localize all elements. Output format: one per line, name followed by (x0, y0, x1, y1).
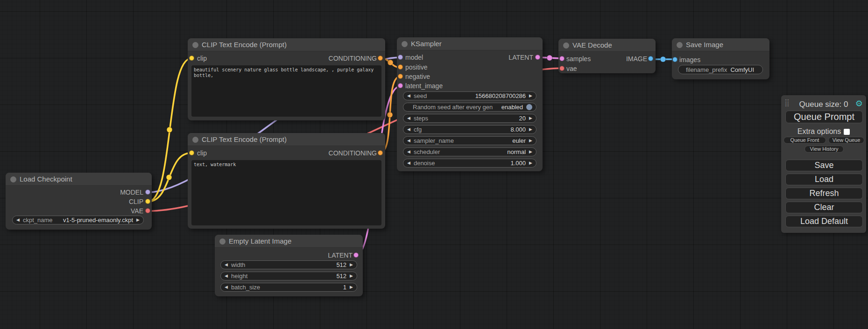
input-label-negative: negative (405, 73, 430, 80)
increment-arrow-icon[interactable]: ▶ (350, 283, 353, 292)
input-label-positive: positive (405, 63, 427, 71)
decrement-arrow-icon[interactable]: ◀ (225, 260, 228, 269)
decrement-arrow-icon[interactable]: ◀ (225, 272, 228, 280)
decrement-arrow-icon[interactable]: ◀ (16, 216, 20, 224)
input-label-images: images (679, 56, 700, 63)
input-port-latent-image[interactable] (398, 83, 403, 88)
input-port-vae[interactable] (559, 66, 565, 71)
filename-prefix-widget[interactable]: filename_prefix ComfyUI (678, 65, 763, 74)
node-title-bar[interactable]: CLIP Text Encode (Prompt) (188, 133, 385, 146)
node-title: VAE Decode (572, 41, 612, 49)
batch-size-widget[interactable]: ◀ batch_size 1 ▶ (220, 283, 357, 292)
prompt-textarea[interactable]: beautiful scenery nature glass bottle la… (191, 65, 381, 117)
decrement-arrow-icon[interactable]: ◀ (407, 91, 410, 100)
clear-button[interactable]: Clear (785, 202, 863, 213)
decrement-arrow-icon[interactable]: ◀ (407, 159, 410, 168)
input-port-images[interactable] (672, 57, 677, 62)
height-widget[interactable]: ◀ height 512 ▶ (220, 272, 357, 280)
widget-value: 512 (336, 261, 346, 268)
decrement-arrow-icon[interactable]: ◀ (407, 147, 410, 156)
output-label-latent: LATENT (328, 252, 353, 259)
output-port-clip[interactable] (145, 199, 150, 204)
extra-options-checkbox[interactable] (844, 129, 850, 135)
input-port-clip[interactable] (189, 56, 194, 61)
node-ksampler[interactable]: KSampler model positive negative latent_… (397, 37, 543, 171)
load-default-button[interactable]: Load Default (785, 216, 863, 227)
output-port-latent[interactable] (535, 55, 540, 60)
increment-arrow-icon[interactable]: ▶ (529, 125, 532, 134)
node-collapse-dot-icon[interactable] (563, 42, 569, 49)
decrement-arrow-icon[interactable]: ◀ (407, 114, 410, 123)
cfg-widget[interactable]: ◀ cfg 8.000 ▶ (403, 125, 536, 134)
increment-arrow-icon[interactable]: ▶ (350, 260, 353, 269)
output-port-vae[interactable] (145, 208, 150, 213)
toggle-knob-icon[interactable] (526, 104, 532, 110)
output-port-conditioning[interactable] (378, 150, 383, 155)
input-port-clip[interactable] (189, 150, 194, 155)
queue-front-button[interactable]: Queue Front (783, 137, 826, 144)
node-title: CLIP Text Encode (Prompt) (202, 135, 287, 143)
node-title-bar[interactable]: CLIP Text Encode (Prompt) (188, 38, 385, 51)
node-collapse-dot-icon[interactable] (192, 137, 198, 143)
save-button[interactable]: Save (785, 160, 863, 171)
width-widget[interactable]: ◀ width 512 ▶ (220, 260, 357, 269)
increment-arrow-icon[interactable]: ▶ (350, 272, 353, 280)
node-load-checkpoint[interactable]: Load Checkpoint MODEL CLIP VAE ◀ ckpt_na… (6, 173, 152, 230)
decrement-arrow-icon[interactable]: ◀ (407, 136, 410, 145)
node-title-bar[interactable]: Load Checkpoint (6, 173, 152, 186)
node-collapse-dot-icon[interactable] (402, 41, 408, 47)
sampler-name-widget[interactable]: ◀ sampler_name euler ▶ (403, 136, 536, 145)
load-button[interactable]: Load (785, 174, 863, 185)
steps-widget[interactable]: ◀ steps 20 ▶ (403, 114, 536, 123)
comfyui-canvas[interactable]: { "ui": { "arrow_left": "◀", "arrow_righ… (0, 0, 868, 329)
node-title: Empty Latent Image (229, 237, 291, 245)
increment-arrow-icon[interactable]: ▶ (136, 216, 140, 224)
output-port-latent[interactable] (353, 252, 359, 258)
prompt-textarea[interactable]: text, watermark (191, 160, 381, 225)
input-port-model[interactable] (398, 55, 403, 60)
queue-prompt-button[interactable]: Queue Prompt (785, 111, 863, 123)
node-title-bar[interactable]: Save Image (672, 38, 769, 51)
node-save-image[interactable]: Save Image images filename_prefix ComfyU… (672, 38, 769, 79)
increment-arrow-icon[interactable]: ▶ (529, 91, 532, 100)
link-midpoint-dot (387, 112, 393, 118)
scheduler-widget[interactable]: ◀ scheduler normal ▶ (403, 147, 536, 156)
output-port-image[interactable] (648, 56, 653, 61)
node-empty-latent-image[interactable]: Empty Latent Image LATENT ◀ width 512 ▶ … (215, 235, 363, 296)
increment-arrow-icon[interactable]: ▶ (529, 136, 532, 145)
settings-gear-icon[interactable]: ⚙ (855, 98, 863, 109)
input-port-samples[interactable] (559, 56, 565, 61)
node-vae-decode[interactable]: VAE Decode samples vae IMAGE (558, 39, 656, 73)
view-history-button[interactable]: View History (804, 146, 844, 153)
extra-options-row: Extra options (781, 127, 866, 136)
node-title: Save Image (686, 41, 723, 49)
node-title-bar[interactable]: VAE Decode (558, 39, 656, 52)
node-collapse-dot-icon[interactable] (677, 42, 683, 48)
node-collapse-dot-icon[interactable] (219, 238, 226, 245)
node-clip-text-encode-negative[interactable]: CLIP Text Encode (Prompt) clip CONDITION… (188, 133, 385, 229)
seed-widget[interactable]: ◀ seed 156680208700286 ▶ (403, 91, 536, 100)
input-port-positive[interactable] (398, 64, 403, 70)
view-queue-button[interactable]: View Queue (828, 137, 864, 144)
increment-arrow-icon[interactable]: ▶ (529, 159, 532, 168)
input-port-negative[interactable] (398, 74, 403, 79)
node-collapse-dot-icon[interactable] (192, 42, 198, 48)
input-label-clip: clip (197, 55, 207, 62)
widget-label: cfg (414, 126, 422, 133)
output-port-model[interactable] (145, 189, 150, 195)
node-collapse-dot-icon[interactable] (10, 176, 16, 182)
decrement-arrow-icon[interactable]: ◀ (407, 125, 410, 134)
widget-value: 1.000 (511, 160, 526, 167)
increment-arrow-icon[interactable]: ▶ (529, 147, 532, 156)
random-seed-toggle-widget[interactable]: Random seed after every gen enabled (403, 103, 536, 112)
ckpt-name-widget[interactable]: ◀ ckpt_name v1-5-pruned-emaonly.ckpt ▶ (12, 216, 144, 224)
refresh-button[interactable]: Refresh (785, 188, 863, 199)
output-port-conditioning[interactable] (378, 56, 383, 61)
increment-arrow-icon[interactable]: ▶ (529, 114, 532, 123)
denoise-widget[interactable]: ◀ denoise 1.000 ▶ (403, 159, 536, 168)
node-title: Load Checkpoint (20, 175, 72, 183)
decrement-arrow-icon[interactable]: ◀ (225, 283, 228, 292)
node-clip-text-encode-positive[interactable]: CLIP Text Encode (Prompt) clip CONDITION… (188, 38, 385, 120)
node-title-bar[interactable]: KSampler (397, 37, 543, 50)
node-title-bar[interactable]: Empty Latent Image (215, 235, 363, 248)
